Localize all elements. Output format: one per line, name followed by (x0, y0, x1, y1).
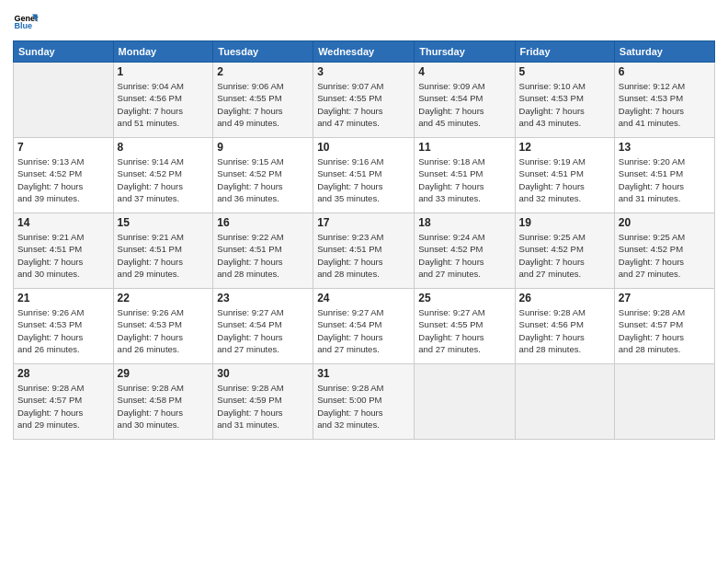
day-info: Sunrise: 9:24 AMSunset: 4:52 PMDaylight:… (418, 231, 510, 280)
day-info: Sunrise: 9:27 AMSunset: 4:55 PMDaylight:… (418, 306, 510, 355)
calendar-cell: 28Sunrise: 9:28 AMSunset: 4:57 PMDayligh… (14, 364, 114, 440)
day-number: 18 (418, 216, 510, 229)
calendar-cell: 18Sunrise: 9:24 AMSunset: 4:52 PMDayligh… (415, 213, 515, 289)
calendar-table: SundayMondayTuesdayWednesdayThursdayFrid… (13, 40, 715, 440)
day-number: 29 (118, 367, 210, 380)
calendar-cell: 11Sunrise: 9:18 AMSunset: 4:51 PMDayligh… (415, 138, 515, 213)
day-number: 22 (118, 292, 210, 304)
day-info: Sunrise: 9:28 AMSunset: 4:59 PMDaylight:… (217, 382, 309, 431)
calendar-cell: 27Sunrise: 9:28 AMSunset: 4:57 PMDayligh… (614, 289, 714, 364)
calendar-week-row: 1Sunrise: 9:04 AMSunset: 4:56 PMDaylight… (14, 63, 715, 138)
day-info: Sunrise: 9:21 AMSunset: 4:51 PMDaylight:… (17, 231, 109, 280)
day-number: 15 (118, 216, 210, 229)
calendar-cell: 26Sunrise: 9:28 AMSunset: 4:56 PMDayligh… (515, 289, 614, 364)
logo-icon: General Blue (13, 9, 39, 35)
calendar-cell: 29Sunrise: 9:28 AMSunset: 4:58 PMDayligh… (113, 364, 213, 440)
logo: General Blue (13, 9, 39, 35)
weekday-header: Wednesday (313, 41, 415, 63)
day-number: 19 (519, 216, 610, 229)
weekday-header: Tuesday (213, 41, 313, 63)
calendar-cell (614, 364, 714, 440)
calendar-cell: 4Sunrise: 9:09 AMSunset: 4:54 PMDaylight… (415, 63, 515, 138)
day-number: 28 (17, 367, 109, 380)
calendar-cell: 3Sunrise: 9:07 AMSunset: 4:55 PMDaylight… (313, 63, 415, 138)
day-number: 30 (217, 367, 309, 380)
day-info: Sunrise: 9:14 AMSunset: 4:52 PMDaylight:… (118, 155, 210, 204)
calendar-cell: 7Sunrise: 9:13 AMSunset: 4:52 PMDaylight… (14, 138, 114, 213)
day-number: 6 (619, 65, 711, 78)
day-number: 20 (619, 216, 711, 229)
svg-text:Blue: Blue (14, 21, 32, 30)
calendar-cell (14, 63, 114, 138)
day-info: Sunrise: 9:19 AMSunset: 4:51 PMDaylight:… (519, 155, 610, 204)
calendar-cell: 1Sunrise: 9:04 AMSunset: 4:56 PMDaylight… (113, 63, 213, 138)
day-info: Sunrise: 9:13 AMSunset: 4:52 PMDaylight:… (17, 155, 109, 204)
calendar-cell: 9Sunrise: 9:15 AMSunset: 4:52 PMDaylight… (213, 138, 313, 213)
day-info: Sunrise: 9:18 AMSunset: 4:51 PMDaylight:… (418, 155, 510, 204)
calendar-cell: 5Sunrise: 9:10 AMSunset: 4:53 PMDaylight… (515, 63, 614, 138)
day-number: 21 (17, 292, 109, 304)
day-number: 3 (317, 65, 410, 78)
day-info: Sunrise: 9:28 AMSunset: 4:58 PMDaylight:… (118, 382, 210, 431)
day-number: 9 (217, 141, 309, 154)
day-number: 10 (317, 141, 410, 154)
day-number: 14 (17, 216, 109, 229)
weekday-header: Sunday (14, 41, 114, 63)
calendar-cell (515, 364, 614, 440)
calendar-cell: 13Sunrise: 9:20 AMSunset: 4:51 PMDayligh… (614, 138, 714, 213)
day-info: Sunrise: 9:10 AMSunset: 4:53 PMDaylight:… (519, 80, 610, 129)
day-info: Sunrise: 9:22 AMSunset: 4:51 PMDaylight:… (217, 231, 309, 280)
day-info: Sunrise: 9:09 AMSunset: 4:54 PMDaylight:… (418, 80, 510, 129)
day-number: 27 (619, 292, 711, 304)
day-number: 8 (118, 141, 210, 154)
calendar-cell: 21Sunrise: 9:26 AMSunset: 4:53 PMDayligh… (14, 289, 114, 364)
calendar-cell: 12Sunrise: 9:19 AMSunset: 4:51 PMDayligh… (515, 138, 614, 213)
day-number: 11 (418, 141, 510, 154)
day-info: Sunrise: 9:27 AMSunset: 4:54 PMDaylight:… (317, 306, 410, 355)
calendar-week-row: 14Sunrise: 9:21 AMSunset: 4:51 PMDayligh… (14, 213, 715, 289)
day-info: Sunrise: 9:23 AMSunset: 4:51 PMDaylight:… (317, 231, 410, 280)
day-number: 7 (17, 141, 109, 154)
calendar-cell: 20Sunrise: 9:25 AMSunset: 4:52 PMDayligh… (614, 213, 714, 289)
calendar-cell: 31Sunrise: 9:28 AMSunset: 5:00 PMDayligh… (313, 364, 415, 440)
day-number: 13 (619, 141, 711, 154)
weekday-header: Saturday (614, 41, 714, 63)
calendar-cell: 17Sunrise: 9:23 AMSunset: 4:51 PMDayligh… (313, 213, 415, 289)
day-info: Sunrise: 9:15 AMSunset: 4:52 PMDaylight:… (217, 155, 309, 204)
day-info: Sunrise: 9:25 AMSunset: 4:52 PMDaylight:… (619, 231, 711, 280)
calendar-cell: 22Sunrise: 9:26 AMSunset: 4:53 PMDayligh… (113, 289, 213, 364)
calendar-header-row: SundayMondayTuesdayWednesdayThursdayFrid… (14, 41, 715, 63)
day-info: Sunrise: 9:28 AMSunset: 5:00 PMDaylight:… (317, 382, 410, 431)
day-info: Sunrise: 9:07 AMSunset: 4:55 PMDaylight:… (317, 80, 410, 129)
day-info: Sunrise: 9:25 AMSunset: 4:52 PMDaylight:… (519, 231, 610, 280)
day-info: Sunrise: 9:27 AMSunset: 4:54 PMDaylight:… (217, 306, 309, 355)
calendar-cell: 6Sunrise: 9:12 AMSunset: 4:53 PMDaylight… (614, 63, 714, 138)
day-info: Sunrise: 9:28 AMSunset: 4:57 PMDaylight:… (619, 306, 711, 355)
calendar-cell: 14Sunrise: 9:21 AMSunset: 4:51 PMDayligh… (14, 213, 114, 289)
day-number: 2 (217, 65, 309, 78)
day-info: Sunrise: 9:28 AMSunset: 4:56 PMDaylight:… (519, 306, 610, 355)
day-info: Sunrise: 9:20 AMSunset: 4:51 PMDaylight:… (619, 155, 711, 204)
weekday-header: Monday (113, 41, 213, 63)
calendar-cell: 2Sunrise: 9:06 AMSunset: 4:55 PMDaylight… (213, 63, 313, 138)
calendar-cell: 10Sunrise: 9:16 AMSunset: 4:51 PMDayligh… (313, 138, 415, 213)
day-info: Sunrise: 9:21 AMSunset: 4:51 PMDaylight:… (118, 231, 210, 280)
calendar-cell: 23Sunrise: 9:27 AMSunset: 4:54 PMDayligh… (213, 289, 313, 364)
calendar-cell: 30Sunrise: 9:28 AMSunset: 4:59 PMDayligh… (213, 364, 313, 440)
calendar-week-row: 21Sunrise: 9:26 AMSunset: 4:53 PMDayligh… (14, 289, 715, 364)
day-info: Sunrise: 9:26 AMSunset: 4:53 PMDaylight:… (17, 306, 109, 355)
day-info: Sunrise: 9:04 AMSunset: 4:56 PMDaylight:… (118, 80, 210, 129)
day-number: 24 (317, 292, 410, 304)
day-info: Sunrise: 9:12 AMSunset: 4:53 PMDaylight:… (619, 80, 711, 129)
day-number: 1 (118, 65, 210, 78)
day-info: Sunrise: 9:16 AMSunset: 4:51 PMDaylight:… (317, 155, 410, 204)
calendar-cell: 16Sunrise: 9:22 AMSunset: 4:51 PMDayligh… (213, 213, 313, 289)
calendar-cell: 19Sunrise: 9:25 AMSunset: 4:52 PMDayligh… (515, 213, 614, 289)
calendar-week-row: 7Sunrise: 9:13 AMSunset: 4:52 PMDaylight… (14, 138, 715, 213)
day-info: Sunrise: 9:06 AMSunset: 4:55 PMDaylight:… (217, 80, 309, 129)
day-number: 23 (217, 292, 309, 304)
weekday-header: Thursday (415, 41, 515, 63)
day-number: 25 (418, 292, 510, 304)
calendar-cell (415, 364, 515, 440)
day-number: 31 (317, 367, 410, 380)
